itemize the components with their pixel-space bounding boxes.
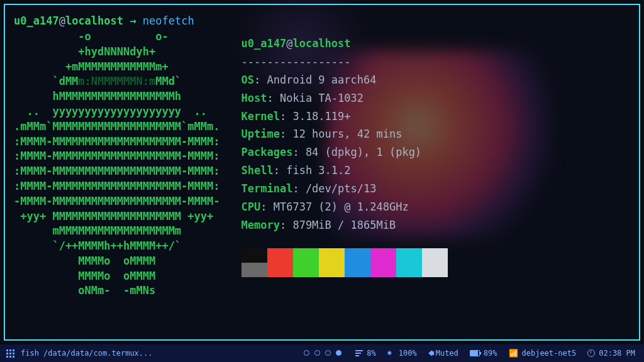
cpu-icon bbox=[355, 350, 363, 356]
prompt-at: @ bbox=[59, 14, 65, 27]
color-swatch bbox=[345, 248, 370, 263]
color-swatch bbox=[345, 263, 370, 277]
color-swatch bbox=[267, 248, 293, 263]
wifi-widget[interactable]: 📶debjeet-net5 bbox=[509, 348, 577, 358]
color-swatch bbox=[396, 248, 422, 263]
status-bar: fish /data/data/com.termux... 8% 100% Mu… bbox=[0, 344, 644, 362]
info-row: Host: Nokia TA-1032 bbox=[242, 89, 448, 107]
info-row: Memory: 879MiB / 1865MiB bbox=[242, 216, 448, 234]
clock-widget[interactable]: 02:38 PM bbox=[587, 348, 635, 358]
color-swatch bbox=[422, 263, 448, 277]
color-swatch bbox=[370, 263, 396, 277]
color-swatch bbox=[319, 263, 345, 277]
color-swatch bbox=[293, 248, 319, 263]
color-swatch bbox=[267, 263, 293, 277]
color-swatch bbox=[242, 263, 267, 277]
brightness-icon bbox=[387, 349, 395, 357]
info-row: Uptime: 12 hours, 42 mins bbox=[242, 125, 448, 143]
info-user: u0_a147 bbox=[242, 37, 287, 50]
clock-icon bbox=[587, 349, 595, 357]
color-swatch bbox=[422, 248, 448, 263]
cpu-widget[interactable]: 8% bbox=[355, 348, 375, 358]
info-host: localhost bbox=[292, 37, 350, 50]
workspace-indicator[interactable] bbox=[301, 348, 344, 358]
neofetch-output: -o o- +hydNNNNdyh+ +mMMMMMMMMMMMMm+ `dMM… bbox=[14, 30, 634, 299]
color-swatch bbox=[293, 263, 319, 277]
audio-widget[interactable]: Muted bbox=[428, 348, 458, 358]
info-row: Packages: 84 (dpkg), 1 (pkg) bbox=[242, 143, 448, 162]
info-row: Kernel: 3.18.119+ bbox=[242, 107, 448, 126]
battery-widget[interactable]: 89% bbox=[470, 348, 497, 358]
color-swatch bbox=[319, 248, 345, 263]
info-row: Terminal: /dev/pts/13 bbox=[242, 180, 448, 198]
prompt-command: neofetch bbox=[143, 14, 194, 27]
system-info: u0_a147@localhost ----------------- OS: … bbox=[242, 30, 448, 299]
apps-icon[interactable] bbox=[6, 349, 14, 358]
color-swatch bbox=[396, 263, 422, 277]
terminal-window[interactable]: u0_a147@localhost → neofetch -o o- +hydN… bbox=[4, 4, 640, 341]
color-swatch bbox=[370, 248, 396, 263]
ascii-logo: -o o- +hydNNNNdyh+ +mMMMMMMMMMMMMm+ `dMM… bbox=[14, 30, 220, 299]
prompt-host: localhost bbox=[65, 14, 123, 27]
brightness-widget[interactable]: 100% bbox=[387, 348, 417, 358]
info-row: CPU: MT6737 (2) @ 1.248GHz bbox=[242, 198, 448, 216]
prompt-line[interactable]: u0_a147@localhost → neofetch bbox=[14, 14, 634, 28]
prompt-user: u0_a147 bbox=[14, 14, 59, 27]
wifi-icon: 📶 bbox=[509, 348, 518, 358]
info-divider: ----------------- bbox=[242, 53, 448, 71]
info-row: Shell: fish 3.1.2 bbox=[242, 162, 448, 180]
color-swatch bbox=[242, 248, 267, 263]
speaker-icon bbox=[428, 350, 432, 356]
prompt-arrow: → bbox=[130, 14, 136, 27]
info-row: OS: Android 9 aarch64 bbox=[242, 71, 448, 89]
battery-icon bbox=[470, 350, 480, 356]
color-swatches bbox=[242, 248, 448, 277]
taskbar-task[interactable]: fish /data/data/com.termux... bbox=[21, 348, 153, 358]
